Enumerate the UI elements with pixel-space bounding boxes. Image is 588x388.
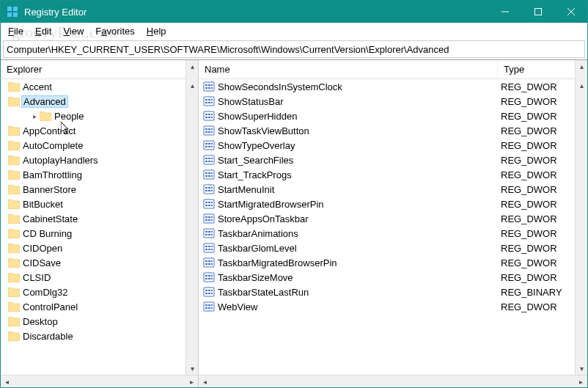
svg-rect-104 <box>208 278 210 279</box>
registry-value-row[interactable]: StartMenuInitREG_DWOR <box>199 182 587 197</box>
registry-value-row[interactable]: StoreAppsOnTaskbarREG_DWOR <box>199 211 587 226</box>
scroll-left-icon[interactable]: ◂ <box>1 376 13 388</box>
svg-rect-117 <box>205 307 207 309</box>
svg-rect-109 <box>211 290 213 291</box>
tree-item[interactable]: CD Burning <box>1 226 198 241</box>
tree-item-label: CabinetState <box>23 213 78 224</box>
registry-value-row[interactable]: StartMigratedBrowserPinREG_DWOR <box>199 197 587 211</box>
registry-value-row[interactable]: Start_TrackProgsREG_DWOR <box>199 167 587 182</box>
tree-item[interactable]: Desktop <box>1 314 198 329</box>
scroll-down-icon[interactable]: ▾ <box>576 362 587 375</box>
tree-header[interactable]: Explorer ▴ <box>1 60 198 79</box>
minimize-button[interactable] <box>488 1 521 23</box>
tree-body[interactable]: AccentAdvanced▸PeopleAppContractAutoComp… <box>1 79 198 375</box>
tree-item[interactable]: AutoplayHandlers <box>1 153 198 167</box>
address-input[interactable] <box>4 43 584 56</box>
registry-value-row[interactable]: WebViewREG_DWOR <box>199 299 587 314</box>
registry-value-row[interactable]: ShowStatusBarREG_DWOR <box>199 94 587 109</box>
svg-rect-23 <box>205 114 207 115</box>
menu-edit[interactable]: Edit <box>29 24 57 38</box>
menu-favorites[interactable]: Favorites <box>89 24 140 38</box>
column-name[interactable]: Name <box>199 61 498 78</box>
svg-rect-21 <box>211 102 213 103</box>
scroll-left-icon[interactable]: ◂ <box>199 376 211 388</box>
menu-file[interactable]: File <box>2 24 29 38</box>
registry-value-row[interactable]: TaskbarSizeMoveREG_DWOR <box>199 270 587 285</box>
svg-rect-29 <box>204 126 214 135</box>
folder-icon <box>8 317 20 326</box>
column-type[interactable]: Type <box>498 61 587 78</box>
value-name: StoreAppsOnTaskbar <box>218 213 309 224</box>
tree-item[interactable]: ▸People <box>1 109 198 123</box>
svg-rect-63 <box>211 190 213 191</box>
registry-value-row[interactable]: ShowTaskViewButtonREG_DWOR <box>199 123 587 138</box>
svg-rect-95 <box>211 260 213 262</box>
scroll-track[interactable] <box>186 92 198 362</box>
svg-rect-43 <box>204 155 214 164</box>
tree-item[interactable]: CLSID <box>1 270 198 285</box>
registry-value-row[interactable]: TaskbarAnimationsREG_DWOR <box>199 226 587 241</box>
folder-icon <box>8 126 20 136</box>
svg-rect-61 <box>205 190 207 191</box>
scroll-track[interactable] <box>576 92 587 362</box>
chevron-right-icon[interactable]: ▸ <box>33 112 37 120</box>
window-title: Registry Editor <box>24 7 488 18</box>
address-bar[interactable] <box>3 40 585 58</box>
value-name: ShowStatusBar <box>218 96 284 107</box>
svg-rect-52 <box>208 172 210 174</box>
tree-item[interactable]: CabinetState <box>1 211 198 226</box>
tree-item[interactable]: BamThrottling <box>1 167 198 182</box>
registry-value-row[interactable]: TaskbarGlomLevelREG_DWOR <box>199 241 587 255</box>
registry-value-row[interactable]: TaskbarStateLastRunREG_BINARY <box>199 285 587 299</box>
registry-value-row[interactable]: Start_SearchFilesREG_DWOR <box>199 153 587 167</box>
svg-rect-31 <box>208 128 210 130</box>
close-button[interactable] <box>554 1 587 23</box>
svg-rect-118 <box>208 307 210 309</box>
tree-item[interactable]: Advanced <box>1 94 198 109</box>
tree-item[interactable]: CIDOpen <box>1 241 198 255</box>
scroll-down-icon[interactable]: ▾ <box>186 362 198 375</box>
svg-rect-13 <box>208 87 210 89</box>
menu-help[interactable]: Help <box>141 24 172 38</box>
scroll-up-icon[interactable]: ▴ <box>186 79 198 92</box>
folder-icon <box>8 229 20 238</box>
tree-item[interactable]: AutoComplete <box>1 138 198 153</box>
registry-value-row[interactable]: ShowSecondsInSystemClockREG_DWOR <box>199 79 587 94</box>
svg-rect-83 <box>208 234 210 235</box>
tree-item[interactable]: Discardable <box>1 329 198 343</box>
tree-item[interactable]: CIDSave <box>1 255 198 270</box>
tree-item[interactable]: ComDlg32 <box>1 285 198 299</box>
scroll-right-icon[interactable]: ▸ <box>575 376 587 388</box>
tree-item[interactable]: ControlPanel <box>1 299 198 314</box>
svg-rect-106 <box>204 288 214 296</box>
scroll-up-icon[interactable]: ▴ <box>576 60 587 73</box>
tree-item[interactable]: Accent <box>1 79 198 94</box>
list-body[interactable]: ShowSecondsInSystemClockREG_DWORShowStat… <box>199 79 587 375</box>
list-header[interactable]: Name Type ▴ <box>199 60 587 79</box>
tree-item-label: BannerStore <box>23 184 76 195</box>
value-type: REG_BINARY <box>498 287 587 298</box>
tree-item[interactable]: AppContract <box>1 123 198 138</box>
registry-value-icon <box>203 125 215 136</box>
tree-item-label: AutoplayHandlers <box>23 155 98 166</box>
tree-hscroll[interactable]: ◂ ▸ <box>1 375 198 387</box>
tree-item[interactable]: BannerStore <box>1 182 198 197</box>
scroll-up-icon[interactable]: ▴ <box>576 79 587 92</box>
scroll-up-icon[interactable]: ▴ <box>186 60 198 73</box>
registry-value-row[interactable]: TaskbarMigratedBrowserPinREG_DWOR <box>199 255 587 270</box>
value-type: REG_DWOR <box>498 257 587 268</box>
registry-value-row[interactable]: ShowSuperHiddenREG_DWOR <box>199 109 587 123</box>
menu-view[interactable]: View <box>57 24 89 38</box>
list-hscroll[interactable]: ◂ ▸ <box>199 375 587 387</box>
maximize-button[interactable] <box>521 1 554 23</box>
tree-item-label: CD Burning <box>23 228 72 239</box>
svg-rect-42 <box>211 146 213 147</box>
value-type: REG_DWOR <box>498 125 587 136</box>
tree-item[interactable]: BitBucket <box>1 197 198 211</box>
registry-value-row[interactable]: ShowTypeOverlayREG_DWOR <box>199 138 587 153</box>
folder-icon <box>8 97 20 106</box>
scroll-right-icon[interactable]: ▸ <box>185 376 198 388</box>
tree-header-label: Explorer <box>1 61 48 78</box>
svg-rect-46 <box>211 158 213 159</box>
title-bar[interactable]: Registry Editor <box>1 1 587 23</box>
